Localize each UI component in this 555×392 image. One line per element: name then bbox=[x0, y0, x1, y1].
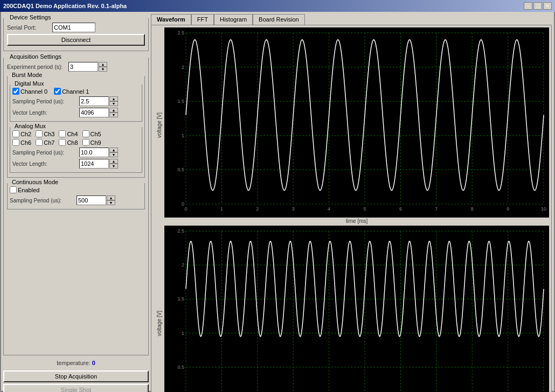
ch5-checkbox-item[interactable]: Ch5 bbox=[82, 130, 101, 137]
channel1-label: Channel 1 bbox=[62, 88, 89, 95]
digital-vector-up[interactable]: ▲ bbox=[109, 108, 118, 113]
continuous-mode-group: Continuous Mode Enabled Sampling Period … bbox=[7, 183, 145, 209]
analog-channel-row1: Ch2 Ch3 Ch4 Ch5 bbox=[12, 130, 140, 137]
analog-sampling-up[interactable]: ▲ bbox=[109, 148, 118, 152]
ch6-label: Ch6 bbox=[20, 139, 31, 146]
continuous-sampling-spinner[interactable]: ▲ ▼ bbox=[77, 195, 115, 205]
serial-port-row: Serial Port: bbox=[7, 23, 145, 32]
digital-sampling-input[interactable] bbox=[79, 96, 109, 106]
main-window: Device Settings Serial Port: Disconnect … bbox=[0, 12, 555, 392]
bottom-waveform-chart bbox=[164, 226, 549, 392]
stop-acquisition-button[interactable]: Stop Acquisition bbox=[3, 370, 149, 382]
ch4-checkbox[interactable] bbox=[59, 130, 66, 137]
analog-vector-down[interactable]: ▼ bbox=[109, 164, 118, 169]
tab-bar[interactable]: Waveform FFT Histogram Board Revision bbox=[151, 14, 552, 25]
experiment-period-spinner[interactable]: ▲ ▼ bbox=[68, 62, 107, 72]
digital-vector-down[interactable]: ▼ bbox=[109, 113, 118, 117]
channel1-checkbox-item[interactable]: Channel 1 bbox=[54, 88, 89, 95]
single-shot-button[interactable]: Single Shot bbox=[3, 384, 149, 392]
digital-sampling-label: Sampling Period (us): bbox=[12, 99, 77, 104]
analog-vector-row: Vector Length: ▲ ▼ bbox=[12, 159, 140, 169]
ch3-checkbox[interactable] bbox=[36, 130, 43, 137]
acquisition-settings-label: Acquisition Settings bbox=[8, 53, 63, 60]
analog-vector-spin-buttons[interactable]: ▲ ▼ bbox=[109, 159, 118, 169]
analog-vector-input[interactable] bbox=[79, 159, 109, 169]
maximize-button[interactable]: □ bbox=[533, 2, 542, 10]
channel0-checkbox-item[interactable]: Channel 0 bbox=[12, 88, 47, 95]
continuous-sampling-input[interactable] bbox=[77, 195, 106, 205]
continuous-enabled-item[interactable]: Enabled bbox=[10, 186, 142, 193]
digital-sampling-row: Sampling Period (us): ▲ ▼ bbox=[12, 96, 140, 106]
digital-vector-spin-buttons[interactable]: ▲ ▼ bbox=[109, 108, 118, 117]
continuous-enabled-label: Enabled bbox=[18, 187, 39, 193]
digital-sampling-spinner[interactable]: ▲ ▼ bbox=[79, 96, 118, 106]
continuous-sampling-spin-buttons[interactable]: ▲ ▼ bbox=[107, 195, 115, 205]
tab-histogram[interactable]: Histogram bbox=[214, 14, 253, 25]
channel1-checkbox[interactable] bbox=[54, 88, 61, 95]
title-bar: 200CDAQ1 Demo Application Rev. 0.1-alpha… bbox=[0, 0, 555, 12]
window-controls[interactable]: − □ ✕ bbox=[524, 2, 552, 10]
analog-sampling-row: Sampling Period (us): ▲ ▼ bbox=[12, 148, 140, 157]
experiment-period-input[interactable] bbox=[68, 62, 98, 72]
experiment-period-up[interactable]: ▲ bbox=[99, 62, 107, 67]
ch2-checkbox[interactable] bbox=[12, 130, 19, 137]
tab-content-waveform: voltage [V] time [ms] voltage [V] time [… bbox=[151, 25, 552, 392]
ch4-checkbox-item[interactable]: Ch4 bbox=[59, 130, 78, 137]
action-buttons: Stop Acquisition Single Shot Export to C… bbox=[3, 370, 149, 392]
ch7-checkbox[interactable] bbox=[36, 139, 43, 146]
top-y-label: voltage [V] bbox=[156, 113, 162, 138]
window-title: 200CDAQ1 Demo Application Rev. 0.1-alpha bbox=[3, 3, 127, 9]
continuous-enabled-checkbox[interactable] bbox=[10, 186, 17, 193]
analog-sampling-input[interactable] bbox=[79, 148, 109, 157]
ch5-checkbox[interactable] bbox=[82, 130, 89, 137]
ch7-checkbox-item[interactable]: Ch7 bbox=[36, 139, 54, 146]
digital-sampling-down[interactable]: ▼ bbox=[109, 101, 118, 106]
experiment-period-row: Experiment period (s): ▲ ▼ bbox=[7, 62, 145, 72]
channel0-checkbox[interactable] bbox=[12, 88, 19, 95]
digital-sampling-spin-buttons[interactable]: ▲ ▼ bbox=[109, 96, 118, 106]
digital-vector-label: Vector Length: bbox=[12, 110, 77, 116]
continuous-sampling-row: Sampling Period (us): ▲ ▼ bbox=[10, 195, 142, 205]
ch3-checkbox-item[interactable]: Ch3 bbox=[36, 130, 54, 137]
ch9-checkbox[interactable] bbox=[82, 139, 89, 146]
disconnect-button[interactable]: Disconnect bbox=[7, 34, 145, 46]
close-button[interactable]: ✕ bbox=[543, 2, 552, 10]
analog-vector-up[interactable]: ▲ bbox=[109, 159, 118, 164]
top-waveform-chart bbox=[164, 27, 549, 218]
tab-fft[interactable]: FFT bbox=[191, 14, 214, 25]
continuous-mode-label: Continuous Mode bbox=[11, 179, 59, 185]
continuous-sampling-label: Sampling Period (us): bbox=[10, 198, 74, 204]
ch3-label: Ch3 bbox=[44, 131, 54, 137]
left-panel: Device Settings Serial Port: Disconnect … bbox=[3, 14, 149, 392]
digital-sampling-up[interactable]: ▲ bbox=[109, 96, 118, 101]
tab-waveform[interactable]: Waveform bbox=[151, 14, 191, 25]
minimize-button[interactable]: − bbox=[524, 2, 532, 10]
analog-sampling-spinner[interactable]: ▲ ▼ bbox=[79, 148, 118, 157]
experiment-period-spin-buttons[interactable]: ▲ ▼ bbox=[99, 62, 107, 72]
ch6-checkbox-item[interactable]: Ch6 bbox=[12, 139, 31, 146]
top-chart-area: time [ms] bbox=[164, 27, 549, 223]
ch8-checkbox[interactable] bbox=[59, 139, 66, 146]
continuous-sampling-down[interactable]: ▼ bbox=[107, 200, 115, 205]
bottom-y-label-wrapper: voltage [V] bbox=[154, 226, 164, 392]
device-settings-group: Device Settings Serial Port: Disconnect bbox=[3, 18, 149, 51]
ch8-checkbox-item[interactable]: Ch8 bbox=[59, 139, 78, 146]
digital-vector-spinner[interactable]: ▲ ▼ bbox=[79, 108, 118, 117]
analog-sampling-down[interactable]: ▼ bbox=[109, 152, 118, 157]
ch9-checkbox-item[interactable]: Ch9 bbox=[82, 139, 101, 146]
analog-mux-group: Analog Mux Ch2 Ch3 Ch4 bbox=[10, 127, 142, 173]
experiment-period-down[interactable]: ▼ bbox=[99, 67, 107, 72]
digital-vector-input[interactable] bbox=[79, 108, 109, 117]
ch2-checkbox-item[interactable]: Ch2 bbox=[12, 130, 31, 137]
analog-sampling-spin-buttons[interactable]: ▲ ▼ bbox=[109, 148, 118, 157]
top-x-label: time [ms] bbox=[164, 218, 549, 224]
analog-sampling-label: Sampling Period (us): bbox=[12, 150, 77, 156]
analog-channel-row2: Ch6 Ch7 Ch8 Ch9 bbox=[12, 139, 140, 146]
continuous-sampling-up[interactable]: ▲ bbox=[107, 195, 115, 200]
ch7-label: Ch7 bbox=[44, 139, 54, 146]
analog-vector-spinner[interactable]: ▲ ▼ bbox=[79, 159, 118, 169]
ch6-checkbox[interactable] bbox=[12, 139, 19, 146]
tab-board-revision[interactable]: Board Revision bbox=[253, 14, 305, 25]
digital-mux-label: Digital Mux bbox=[13, 80, 45, 87]
serial-port-input[interactable] bbox=[52, 23, 95, 32]
